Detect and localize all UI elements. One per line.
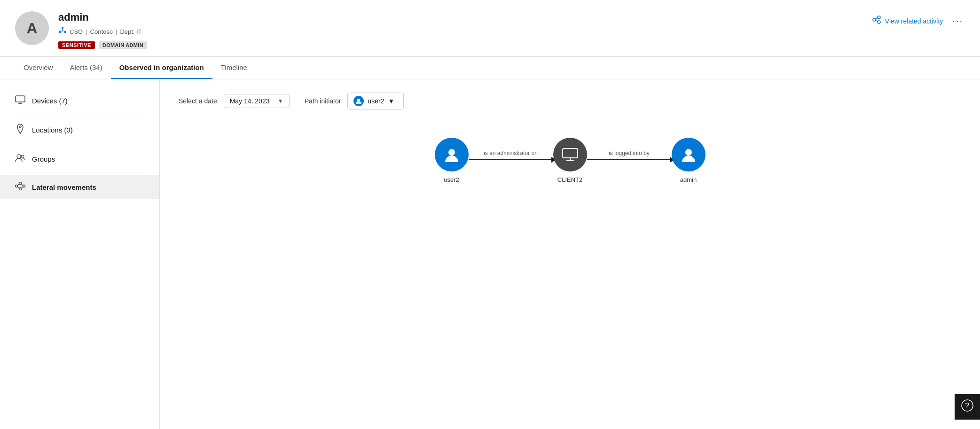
graph-node-admin[interactable]: admin bbox=[672, 138, 706, 183]
meta-org: Contoso bbox=[90, 28, 113, 35]
user-name: admin bbox=[58, 11, 147, 23]
floating-help-button[interactable]: ? bbox=[955, 394, 980, 420]
svg-point-19 bbox=[19, 188, 22, 190]
svg-line-20 bbox=[17, 184, 19, 186]
svg-point-7 bbox=[878, 21, 880, 23]
path-initiator-select[interactable]: user2 ▼ bbox=[347, 93, 404, 109]
sidebar-item-groups[interactable]: Groups bbox=[0, 147, 159, 171]
divider2 bbox=[15, 145, 144, 145]
edge-line-1 bbox=[469, 159, 553, 160]
svg-rect-10 bbox=[16, 96, 25, 102]
lateral-icon bbox=[15, 182, 25, 193]
user2-circle bbox=[435, 138, 469, 172]
path-initiator-value: user2 bbox=[368, 97, 384, 105]
locations-label: Locations (0) bbox=[32, 126, 73, 134]
edge-logged-label: is logged into by bbox=[609, 150, 650, 156]
meta-dept: Dept: IT bbox=[120, 28, 141, 35]
svg-line-22 bbox=[21, 187, 23, 188]
user-info-section: A admin CSO | Contoso | Dept: IT bbox=[15, 11, 147, 49]
date-label: Select a date: bbox=[179, 97, 219, 105]
user-meta: CSO | Contoso | Dept: IT bbox=[58, 26, 147, 37]
badge-sensitive: SENSITIVE bbox=[58, 41, 95, 49]
svg-point-14 bbox=[17, 155, 21, 158]
edge-admin-label: is an administrator on bbox=[484, 150, 538, 156]
main-content: Devices (7) Locations (0) Gr bbox=[0, 79, 980, 429]
tab-alerts[interactable]: Alerts (34) bbox=[62, 57, 111, 79]
header-actions: View related activity ··· bbox=[872, 11, 965, 27]
org-icon bbox=[58, 26, 67, 37]
admin-circle bbox=[672, 138, 706, 172]
svg-line-9 bbox=[876, 20, 878, 22]
devices-icon bbox=[15, 95, 25, 106]
svg-rect-26 bbox=[563, 148, 578, 158]
sidebar: Devices (7) Locations (0) Gr bbox=[0, 79, 160, 429]
lateral-label: Lateral movements bbox=[32, 183, 96, 191]
avatar: A bbox=[15, 11, 49, 45]
svg-point-25 bbox=[448, 149, 455, 156]
path-initiator-avatar bbox=[353, 96, 364, 106]
client2-circle bbox=[553, 138, 587, 172]
date-select[interactable]: May 14, 2023 ▼ bbox=[224, 94, 290, 108]
devices-label: Devices (7) bbox=[32, 97, 68, 105]
svg-point-13 bbox=[19, 126, 21, 128]
view-related-button[interactable]: View related activity bbox=[872, 15, 943, 27]
svg-text:?: ? bbox=[965, 402, 969, 410]
floating-icon: ? bbox=[961, 399, 974, 415]
divider3 bbox=[15, 173, 144, 173]
graph-container: user2 is an administrator on bbox=[435, 138, 706, 183]
client2-label: CLIENT2 bbox=[557, 176, 582, 183]
sidebar-item-devices[interactable]: Devices (7) bbox=[0, 89, 159, 113]
filters-row: Select a date: May 14, 2023 ▼ Path initi… bbox=[179, 93, 961, 109]
view-related-label: View related activity bbox=[885, 17, 943, 25]
graph-node-client2[interactable]: CLIENT2 bbox=[553, 138, 587, 183]
edge-logged-into: is logged into by bbox=[587, 150, 672, 160]
svg-point-17 bbox=[19, 182, 22, 185]
svg-line-23 bbox=[17, 187, 19, 188]
svg-point-15 bbox=[21, 155, 24, 158]
edge-line-2 bbox=[587, 159, 672, 160]
path-initiator-label: Path initiator: bbox=[305, 97, 343, 105]
svg-point-6 bbox=[878, 16, 880, 19]
related-activity-icon bbox=[872, 15, 881, 27]
graph-node-user2[interactable]: user2 bbox=[435, 138, 469, 183]
badges-row: SENSITIVE DOMAIN ADMIN bbox=[58, 41, 147, 49]
more-options-button[interactable]: ··· bbox=[950, 16, 965, 26]
groups-label: Groups bbox=[32, 155, 55, 163]
page-header: A admin CSO | Contoso | Dept: IT bbox=[0, 0, 980, 57]
meta-sep1: | bbox=[86, 28, 87, 35]
svg-line-21 bbox=[21, 184, 23, 186]
content-area: Select a date: May 14, 2023 ▼ Path initi… bbox=[160, 79, 980, 429]
svg-point-18 bbox=[23, 185, 25, 187]
tab-timeline[interactable]: Timeline bbox=[212, 57, 256, 79]
sidebar-item-locations[interactable]: Locations (0) bbox=[0, 117, 159, 143]
meta-role: CSO bbox=[70, 28, 83, 35]
svg-point-5 bbox=[873, 18, 876, 21]
svg-point-29 bbox=[685, 149, 692, 156]
user-details: admin CSO | Contoso | Dept: IT bbox=[58, 11, 147, 49]
path-initiator-chevron-icon: ▼ bbox=[388, 97, 394, 105]
badge-domain-admin: DOMAIN ADMIN bbox=[99, 41, 147, 49]
date-value: May 14, 2023 bbox=[230, 97, 270, 105]
path-initiator-group: Path initiator: user2 ▼ bbox=[305, 93, 404, 109]
date-chevron-icon: ▼ bbox=[278, 98, 283, 104]
svg-rect-0 bbox=[62, 27, 63, 29]
tabs-bar: Overview Alerts (34) Observed in organiz… bbox=[0, 57, 980, 79]
date-filter-group: Select a date: May 14, 2023 ▼ bbox=[179, 94, 290, 108]
tab-overview[interactable]: Overview bbox=[15, 57, 62, 79]
groups-icon bbox=[15, 154, 25, 164]
graph-area: user2 is an administrator on bbox=[179, 138, 961, 183]
edge-admin-on: is an administrator on bbox=[469, 150, 553, 160]
locations-icon bbox=[15, 124, 25, 136]
meta-sep2: | bbox=[116, 28, 117, 35]
admin-label: admin bbox=[680, 176, 697, 183]
sidebar-item-lateral[interactable]: Lateral movements bbox=[0, 175, 159, 199]
svg-point-16 bbox=[16, 185, 18, 187]
divider1 bbox=[15, 115, 144, 115]
user2-label: user2 bbox=[444, 176, 459, 183]
svg-line-8 bbox=[876, 18, 878, 19]
tab-observed[interactable]: Observed in organization bbox=[111, 57, 212, 79]
